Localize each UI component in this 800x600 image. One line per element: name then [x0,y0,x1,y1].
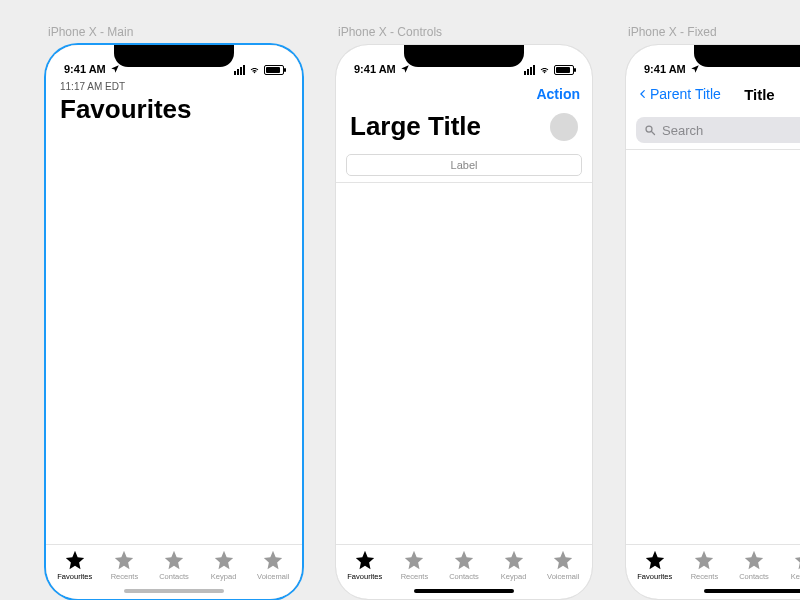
tab-bar: Favourites Recents Contacts Keypad Voice… [336,544,592,599]
avatar[interactable] [550,113,578,141]
search-icon [644,124,656,136]
artboard-label[interactable]: iPhone X - Controls [338,25,592,39]
star-icon [552,549,574,571]
nav-bar: Action [336,77,592,111]
tab-voicemail[interactable]: Voicemail [249,549,297,581]
phone-frame-main[interactable]: 9:41 AM 11:17 AM EDT Favourites Favo [46,45,302,599]
tab-recents[interactable]: Recents [390,549,438,581]
star-icon [64,549,86,571]
home-indicator[interactable] [124,589,224,593]
content-area [336,183,592,544]
star-icon [453,549,475,571]
artboard-controls[interactable]: iPhone X - Controls 9:41 AM [336,25,592,599]
star-icon [743,549,765,571]
status-time: 9:41 AM [64,63,106,75]
star-icon [503,549,525,571]
page-title: Large Title [350,111,481,142]
content-area [46,133,302,544]
location-icon [690,64,700,74]
star-icon [693,549,715,571]
tab-keypad[interactable]: Keypad [780,549,800,581]
cellular-icon [234,65,245,75]
segment-label: Label [451,159,478,171]
star-icon [262,549,284,571]
tab-voicemail[interactable]: Voicemail [539,549,587,581]
tab-contacts[interactable]: Contacts [150,549,198,581]
tab-favourites[interactable]: Favourites [341,549,389,581]
nav-title: Title [744,86,775,103]
segmented-control[interactable]: Label [346,154,582,176]
tab-contacts[interactable]: Contacts [730,549,778,581]
design-canvas: iPhone X - Main 9:41 AM 11:17 AM EDT [46,25,800,599]
star-icon [163,549,185,571]
phone-frame-controls[interactable]: 9:41 AM Action Large Title [336,45,592,599]
phone-frame-fixed[interactable]: 9:41 AM Parent Title Title [626,45,800,599]
tab-keypad[interactable]: Keypad [200,549,248,581]
tab-contacts[interactable]: Contacts [440,549,488,581]
artboard-label[interactable]: iPhone X - Fixed [628,25,800,39]
star-icon [793,549,800,571]
tab-bar: Favourites Recents Contacts Keypad Voice… [626,544,800,599]
battery-icon [264,65,284,75]
tab-recents[interactable]: Recents [680,549,728,581]
star-icon [644,549,666,571]
status-time: 9:41 AM [354,63,396,75]
tab-recents[interactable]: Recents [100,549,148,581]
location-icon [110,64,120,74]
tab-keypad[interactable]: Keypad [490,549,538,581]
artboard-label[interactable]: iPhone X - Main [48,25,302,39]
star-icon [213,549,235,571]
page-title: Favourites [46,92,302,133]
device-notch [404,45,524,67]
tab-favourites[interactable]: Favourites [51,549,99,581]
home-indicator[interactable] [704,589,800,593]
star-icon [403,549,425,571]
search-placeholder: Search [662,123,703,138]
device-notch [114,45,234,67]
home-indicator[interactable] [414,589,514,593]
device-notch [694,45,800,67]
artboard-fixed[interactable]: iPhone X - Fixed 9:41 AM [626,25,800,599]
action-button[interactable]: Action [536,86,580,102]
status-time: 9:41 AM [644,63,686,75]
wifi-icon [538,65,551,75]
tab-bar: Favourites Recents Contacts Keypad [46,544,302,599]
star-icon [113,549,135,571]
tab-favourites[interactable]: Favourites [631,549,679,581]
star-icon [354,549,376,571]
artboard-main[interactable]: iPhone X - Main 9:41 AM 11:17 AM EDT [46,25,302,599]
search-input[interactable]: Search [636,117,800,143]
chevron-left-icon [638,87,648,101]
location-icon [400,64,410,74]
battery-icon [554,65,574,75]
back-button[interactable]: Parent Title [638,86,721,102]
content-area [626,150,800,544]
nav-bar: Parent Title Title [626,77,800,111]
wifi-icon [248,65,261,75]
cellular-icon [524,65,535,75]
subtitle-timestamp: 11:17 AM EDT [46,77,302,92]
